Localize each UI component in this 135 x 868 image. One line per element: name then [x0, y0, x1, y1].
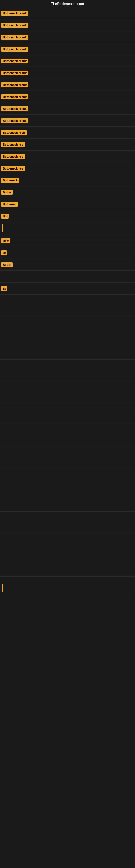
- list-item: Bottleneck resu: [0, 127, 135, 138]
- bottleneck-badge-24[interactable]: Bo: [1, 286, 7, 291]
- list-item: Bo: [0, 247, 135, 259]
- bottleneck-badge-14[interactable]: Bottleneck res: [1, 166, 25, 171]
- bottleneck-badge-20[interactable]: Bott: [1, 239, 10, 243]
- list-item: [0, 446, 135, 468]
- list-item: Bottleneck result: [0, 103, 135, 115]
- list-item: Bottle: [0, 259, 135, 271]
- bottleneck-badge-17[interactable]: Bottlenec: [1, 202, 18, 207]
- site-title: TheBottlenecker.com: [0, 0, 135, 7]
- bottleneck-badge-1[interactable]: Bottleneck result: [1, 11, 28, 16]
- list-item: [0, 316, 135, 338]
- list-item: [0, 468, 135, 490]
- bottleneck-badge-8[interactable]: Bottleneck result: [1, 94, 28, 99]
- bottleneck-badge-6[interactable]: Bottleneck result: [1, 70, 28, 75]
- list-item: [0, 582, 135, 595]
- list-item: [0, 533, 135, 555]
- bottleneck-badge-2[interactable]: Bottleneck result: [1, 23, 28, 28]
- list-item: Bottleneck result: [0, 91, 135, 103]
- bottleneck-badge-12[interactable]: Bottleneck res: [1, 142, 25, 147]
- list-item: Bottleneck result: [0, 43, 135, 55]
- bottleneck-badge-10[interactable]: Bottleneck result: [1, 118, 28, 123]
- list-item: Bottleneck res: [0, 162, 135, 175]
- list-item: Bott: [0, 235, 135, 247]
- list-item: [0, 294, 135, 316]
- list-item: [0, 271, 135, 283]
- list-item: Bottlenec: [0, 198, 135, 210]
- vertical-line-indicator-bottom: [2, 584, 3, 592]
- list-item: Bottleneck result: [0, 7, 135, 19]
- list-item: [0, 381, 135, 403]
- list-item: [0, 338, 135, 360]
- bottleneck-badge-22[interactable]: Bottle: [1, 262, 13, 267]
- bottleneck-badge-5[interactable]: Bottleneck result: [1, 59, 28, 63]
- bottleneck-badge-15[interactable]: Bottleneck: [1, 178, 19, 183]
- bottleneck-badge-11[interactable]: Bottleneck resu: [1, 130, 27, 135]
- bottleneck-badge-9[interactable]: Bottleneck result: [1, 106, 28, 111]
- list-item: Bot: [0, 210, 135, 222]
- bottleneck-badge-16[interactable]: Bottle: [1, 190, 13, 195]
- list-item: Bo: [0, 283, 135, 294]
- bottleneck-badge-13[interactable]: Bottleneck res: [1, 154, 25, 159]
- list-item: Bottleneck result: [0, 55, 135, 67]
- list-item: [0, 403, 135, 425]
- list-item: [0, 425, 135, 446]
- list-item: Bottleneck res: [0, 151, 135, 162]
- list-item: Bottleneck result: [0, 19, 135, 31]
- list-item: [0, 490, 135, 512]
- list-item: Bottleneck result: [0, 79, 135, 91]
- list-item: Bottleneck: [0, 175, 135, 186]
- list-item: Bottle: [0, 186, 135, 198]
- list-item: Bottleneck result: [0, 115, 135, 127]
- bottleneck-badge-21[interactable]: Bo: [1, 250, 7, 255]
- bottleneck-badge-4[interactable]: Bottleneck result: [1, 46, 28, 52]
- list-item: Bottleneck res: [0, 138, 135, 151]
- list-item: [0, 360, 135, 381]
- list-item: [0, 555, 135, 577]
- bottleneck-badge-3[interactable]: Bottleneck result: [1, 35, 28, 40]
- vertical-line-indicator: [2, 224, 3, 232]
- list-item: Bottleneck result: [0, 31, 135, 43]
- bottleneck-badge-7[interactable]: Bottleneck result: [1, 83, 28, 87]
- bottleneck-badge-18[interactable]: Bot: [1, 214, 9, 219]
- list-item: [0, 512, 135, 533]
- list-item: Bottleneck result: [0, 67, 135, 79]
- list-item: [0, 222, 135, 235]
